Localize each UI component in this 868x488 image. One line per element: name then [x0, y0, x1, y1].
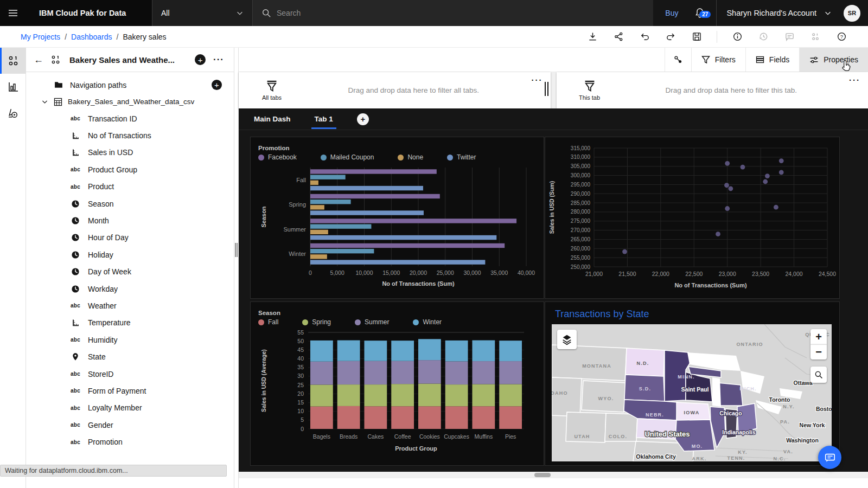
- legend-item[interactable]: Mailed Coupon: [321, 153, 374, 161]
- avatar[interactable]: SR: [844, 5, 860, 22]
- scope-dropdown[interactable]: All: [152, 0, 252, 26]
- scatter-point[interactable]: [724, 183, 729, 188]
- map-zoom-in-button[interactable]: +: [810, 329, 827, 344]
- legend-item[interactable]: Fall: [258, 318, 278, 326]
- scatter-point[interactable]: [765, 174, 770, 178]
- bar-segment[interactable]: [499, 341, 522, 361]
- overflow-menu-button[interactable]: ···: [211, 54, 226, 65]
- tab-main-dash[interactable]: Main Dash: [254, 108, 291, 130]
- field-item[interactable]: abcProduct: [26, 178, 234, 195]
- bar-segment[interactable]: [364, 384, 387, 406]
- tab-1[interactable]: Tab 1: [315, 108, 333, 130]
- bar-segment[interactable]: [445, 361, 468, 384]
- map-layers-button[interactable]: [557, 330, 577, 349]
- bar-segment[interactable]: [472, 384, 495, 406]
- scatter-point[interactable]: [725, 161, 730, 166]
- rail-item-visualizations[interactable]: [0, 74, 25, 100]
- map-container[interactable]: MONTANAN.D.S.D.WYO.DAHONEBR.IOWAUTAHCOLO…: [552, 324, 832, 461]
- widget-scatter-plot[interactable]: 250,000255,000260,000265,000270,000275,0…: [545, 137, 840, 299]
- bar-segment[interactable]: [364, 361, 387, 384]
- relationships-button[interactable]: [665, 48, 691, 72]
- tree-item-navigation-paths[interactable]: Navigation paths +: [26, 76, 234, 93]
- bar-segment[interactable]: [445, 406, 468, 429]
- hamburger-menu-button[interactable]: [0, 0, 26, 26]
- bar-segment[interactable]: [391, 406, 414, 429]
- bar-segment[interactable]: [418, 406, 441, 429]
- bar[interactable]: [310, 175, 346, 179]
- bar[interactable]: [310, 254, 327, 259]
- add-navigation-path-button[interactable]: +: [212, 80, 222, 90]
- bar[interactable]: [310, 243, 505, 248]
- widget-map[interactable]: Transactions by State: [545, 301, 840, 466]
- scatter-point[interactable]: [725, 206, 730, 211]
- panel-resize-divider[interactable]: [234, 48, 239, 488]
- bar-segment[interactable]: [391, 361, 414, 384]
- field-item[interactable]: Month: [26, 212, 234, 229]
- map-search-button[interactable]: [810, 367, 827, 383]
- legend-item[interactable]: Spring: [302, 318, 331, 326]
- field-item[interactable]: abcHumidity: [26, 331, 234, 348]
- scatter-point[interactable]: [779, 170, 784, 175]
- bar-segment[interactable]: [310, 407, 333, 429]
- bar-segment[interactable]: [364, 341, 387, 361]
- filter-zone-menu-button[interactable]: ···: [532, 75, 543, 85]
- bar-segment[interactable]: [499, 384, 522, 406]
- field-item[interactable]: Hour of Day: [26, 229, 234, 246]
- bar[interactable]: [310, 230, 328, 234]
- bar-segment[interactable]: [310, 384, 333, 406]
- bar[interactable]: [310, 224, 371, 228]
- tree-item-table[interactable]: Bakery_Sales_and_Weather_data_csv: [26, 93, 234, 110]
- breadcrumb-my-projects[interactable]: My Projects: [21, 33, 60, 41]
- bar-segment[interactable]: [364, 406, 387, 429]
- field-item[interactable]: Temperature: [26, 314, 234, 331]
- chat-fab-button[interactable]: [818, 446, 841, 469]
- undo-button[interactable]: [639, 31, 650, 43]
- bar-segment[interactable]: [499, 406, 522, 429]
- filter-zone-this-tab[interactable]: This tab Drag and drop data here to filt…: [557, 72, 868, 108]
- bar-segment[interactable]: [418, 360, 441, 383]
- bar-segment[interactable]: [445, 341, 468, 362]
- fields-button[interactable]: Fields: [745, 48, 799, 72]
- scatter-point[interactable]: [763, 179, 768, 184]
- bar-segment[interactable]: [391, 384, 414, 406]
- filter-zone-all-tabs[interactable]: All tabs Drag and drop data here to filt…: [239, 72, 551, 108]
- field-item[interactable]: Day of Week: [26, 264, 234, 280]
- field-item[interactable]: abcGender: [26, 416, 234, 433]
- properties-button[interactable]: Properties: [799, 48, 868, 72]
- bar-segment[interactable]: [472, 406, 495, 429]
- bar[interactable]: [310, 260, 485, 264]
- field-item[interactable]: State: [26, 348, 234, 365]
- bar-segment[interactable]: [337, 341, 360, 361]
- field-item[interactable]: abcForm of Payment: [26, 382, 234, 399]
- horizontal-scrollbar[interactable]: [239, 472, 868, 478]
- legend-item[interactable]: Winter: [413, 318, 442, 326]
- legend-item[interactable]: Facebook: [258, 153, 297, 161]
- bar[interactable]: [310, 249, 374, 253]
- bar-segment[interactable]: [418, 384, 441, 407]
- help-button[interactable]: ?: [835, 31, 847, 43]
- filter-zone-menu-button[interactable]: ···: [849, 75, 860, 85]
- bar-segment[interactable]: [472, 361, 495, 384]
- bar[interactable]: [310, 235, 496, 240]
- bar[interactable]: [310, 186, 423, 190]
- bar-segment[interactable]: [499, 361, 522, 384]
- info-button[interactable]: [731, 31, 743, 43]
- field-item[interactable]: Holiday: [26, 246, 234, 263]
- scatter-point[interactable]: [728, 186, 733, 191]
- field-item[interactable]: abcProduct Group: [26, 161, 234, 178]
- bar-segment[interactable]: [337, 361, 360, 384]
- scatter-point[interactable]: [774, 205, 778, 210]
- bar[interactable]: [310, 210, 424, 215]
- bar-segment[interactable]: [310, 341, 333, 362]
- bar-segment[interactable]: [391, 341, 414, 361]
- field-item[interactable]: abcLoyalty Member: [26, 400, 234, 416]
- legend-item[interactable]: None: [398, 153, 423, 161]
- legend-item[interactable]: Summer: [355, 318, 389, 326]
- bar-segment[interactable]: [472, 341, 495, 362]
- rail-item-media[interactable]: [0, 100, 25, 126]
- rail-item-data-sources[interactable]: [0, 48, 25, 74]
- legend-item[interactable]: Twitter: [447, 153, 476, 161]
- scatter-point[interactable]: [716, 232, 720, 236]
- bar-segment[interactable]: [310, 362, 333, 385]
- add-tab-button[interactable]: +: [357, 113, 369, 125]
